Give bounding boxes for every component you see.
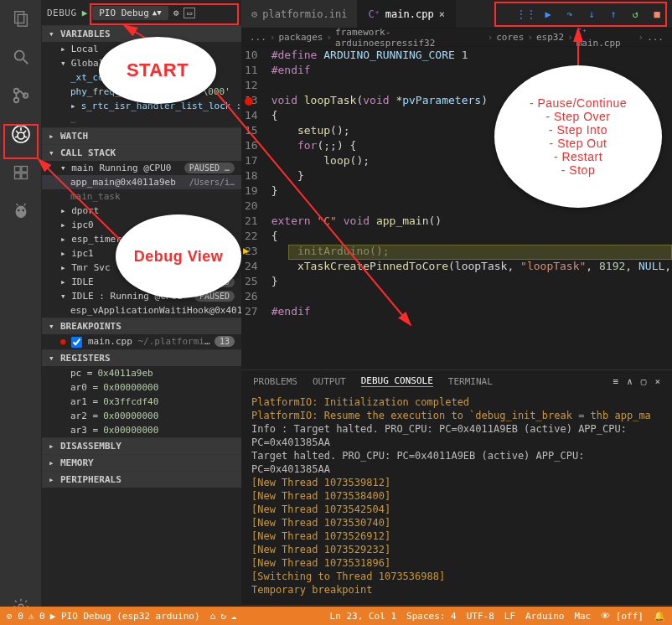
stack-frame[interactable]: main_task <box>42 189 241 204</box>
panel-tab[interactable]: DEBUG CONSOLE <box>361 375 433 387</box>
status-item[interactable]: 🔔 <box>654 611 665 622</box>
status-item[interactable]: LF <box>504 611 515 622</box>
status-item[interactable]: Ln 23, Col 1 <box>330 611 396 622</box>
status-item[interactable]: 👁 [off] <box>601 611 644 622</box>
start-debug-button[interactable]: ▶ <box>82 8 88 18</box>
console-line: Info : Target halted. PRO_CPU: PC=0x4011… <box>251 422 662 449</box>
console-line: [New Thread 1073539812] <box>251 476 662 489</box>
register-row[interactable]: ar1 = 0x3ffcdf40 <box>42 395 241 409</box>
status-item[interactable]: Mac <box>574 611 591 622</box>
svg-line-22 <box>23 204 25 206</box>
search-icon[interactable] <box>9 45 33 69</box>
status-item[interactable]: Arduino <box>525 611 564 622</box>
breadcrumb-item[interactable]: esp32 <box>536 32 564 43</box>
status-item[interactable]: ▶ PIO Debug (esp32 arduino) <box>50 611 200 622</box>
svg-point-2 <box>14 51 23 60</box>
debug-config-select[interactable]: PIO Debug ▲▼ <box>92 6 168 20</box>
console-line: Temporary breakpoint <box>251 583 662 597</box>
disassembly-header[interactable]: ▸DISASSEMBLY <box>42 438 241 454</box>
panel-tab[interactable]: OUTPUT <box>313 376 346 387</box>
thread-row[interactable]: ▾ main Running @CPU0PAUSED … <box>42 161 241 175</box>
stack-frame[interactable]: app_main@0x4011a9eb/Users/i… <box>42 175 241 189</box>
breadcrumb-item[interactable]: ... <box>647 32 664 43</box>
svg-point-18 <box>15 206 26 219</box>
panel-tab[interactable]: TERMINAL <box>448 376 493 387</box>
register-row[interactable]: ar3 = 0x00000000 <box>42 423 241 437</box>
console-line: [New Thread 1073542504] <box>251 503 662 516</box>
stop-button[interactable]: ■ <box>647 4 667 24</box>
status-item[interactable]: Spaces: 4 <box>406 611 457 622</box>
bottom-panel: PROBLEMSOUTPUTDEBUG CONSOLETERMINAL≡∧▢× … <box>241 369 672 625</box>
breadcrumb-item[interactable]: ... <box>250 32 266 43</box>
callout-start: START <box>99 37 216 104</box>
console-line: [Switching to Thread 1073536988] <box>251 570 662 583</box>
svg-point-5 <box>13 98 18 103</box>
callout-debugview: Debug View <box>116 214 241 298</box>
status-item[interactable]: UTF-8 <box>467 611 494 622</box>
thread-row[interactable]: ▸ dport <box>42 204 241 218</box>
breakpoint-checkbox[interactable] <box>71 337 82 348</box>
breakpoint-row[interactable]: ● main.cpp ~/.platformio/pa…13 <box>42 334 241 349</box>
console-line: [New Thread 1073529232] <box>251 543 662 556</box>
status-item[interactable]: ⚠ 0 <box>28 611 45 622</box>
register-row[interactable]: ar2 = 0x00000000 <box>42 409 241 423</box>
up-icon[interactable]: ∧ <box>627 376 633 387</box>
svg-rect-17 <box>21 173 27 179</box>
register-row[interactable]: ar0 = 0x00000000 <box>42 380 241 395</box>
scm-icon[interactable] <box>9 84 33 107</box>
breakpoint-marker[interactable] <box>245 97 253 106</box>
explorer-icon[interactable] <box>9 7 33 30</box>
console-line: [New Thread 1073538400] <box>251 489 662 503</box>
step-out-button[interactable]: ↑ <box>603 4 623 24</box>
register-row[interactable]: pc = 0x4011a9eb <box>42 366 241 380</box>
svg-line-3 <box>23 59 28 65</box>
breadcrumb-item[interactable]: packages <box>279 32 323 43</box>
step-over-button[interactable]: ↷ <box>560 4 580 24</box>
status-icon[interactable]: ↻ <box>220 611 226 622</box>
step-into-button[interactable]: ↓ <box>582 4 602 24</box>
svg-rect-15 <box>21 167 27 173</box>
debug-console-toggle-icon[interactable]: ▭ <box>184 8 195 18</box>
console-line: [New Thread 1073531896] <box>251 556 662 570</box>
watch-header[interactable]: ▸WATCH <box>42 128 241 144</box>
editor-tab[interactable]: ⚙platformio.ini <box>241 0 358 28</box>
callstack-header[interactable]: ▾CALL STACK <box>42 145 241 161</box>
status-icon[interactable]: ⌂ <box>210 611 216 622</box>
breakpoints-header[interactable]: ▾BREAKPOINTS <box>42 318 241 334</box>
debug-settings-gear-icon[interactable]: ⚙ <box>173 8 179 18</box>
restart-button[interactable]: ↺ <box>625 4 645 24</box>
sidebar-title: DEBUG <box>47 8 77 18</box>
maximize-icon[interactable]: ▢ <box>641 376 647 387</box>
filter-icon[interactable]: ≡ <box>613 376 619 387</box>
debug-icon[interactable] <box>9 122 33 146</box>
status-item[interactable]: ⊘ 0 <box>7 611 23 622</box>
close-panel-icon[interactable]: × <box>654 376 660 387</box>
svg-line-21 <box>16 204 18 206</box>
debug-console-output[interactable]: PlatformIO: Initialization completedPlat… <box>241 392 672 605</box>
extensions-icon[interactable] <box>9 161 33 184</box>
status-icon[interactable]: ☁ <box>231 611 237 622</box>
breadcrumb-item[interactable]: framework-arduinoespressif32 <box>335 27 484 49</box>
breadcrumb-item[interactable]: cores <box>496 32 524 43</box>
continue-button[interactable]: ▶ <box>538 4 558 24</box>
variable-row-truncated: … <box>42 113 241 127</box>
toolbar-grip-icon[interactable]: ⋮⋮ <box>516 4 536 24</box>
console-line: [New Thread 1073526912] <box>251 529 662 543</box>
debug-toolbar: ⋮⋮ ▶ ↷ ↓ ↑ ↺ ■ <box>511 0 672 28</box>
breadcrumb-item[interactable]: C⁺ main.cpp <box>576 27 635 49</box>
svg-rect-1 <box>18 14 27 26</box>
memory-header[interactable]: ▸MEMORY <box>42 455 241 471</box>
activity-bar <box>0 0 42 625</box>
editor-tab[interactable]: C⁺main.cpp× <box>358 0 455 28</box>
svg-rect-16 <box>14 173 20 179</box>
status-bar: ⊘ 0⚠ 0▶ PIO Debug (esp32 arduino) ⌂↻☁ Ln… <box>0 607 672 625</box>
svg-line-13 <box>24 137 27 137</box>
breadcrumbs[interactable]: ...›packages›framework-arduinoespressif3… <box>241 28 672 47</box>
peripherals-header[interactable]: ▸PERIPHERALS <box>42 472 241 488</box>
registers-header[interactable]: ▾REGISTERS <box>42 350 241 366</box>
svg-rect-14 <box>14 167 20 173</box>
tab-bar: ⚙platformio.iniC⁺main.cpp× ⋮⋮ ▶ ↷ ↓ ↑ ↺ … <box>241 0 672 28</box>
platformio-icon[interactable] <box>9 199 33 223</box>
panel-tab[interactable]: PROBLEMS <box>253 376 297 387</box>
stack-frame[interactable]: esp_vApplicationWaitiHook@0x4013 <box>42 303 241 318</box>
